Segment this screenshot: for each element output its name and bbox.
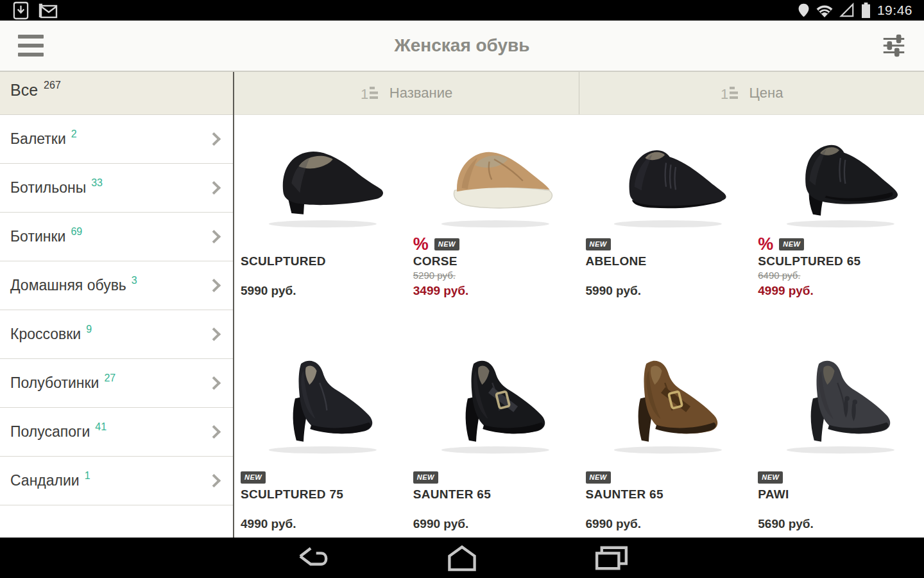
product-name: PAWI <box>758 487 920 502</box>
category-label: Полусапоги <box>10 423 90 441</box>
product-card-2[interactable]: NEW ABELONE 5990 руб. <box>579 115 752 338</box>
product-card-7[interactable]: NEW PAWI 5690 руб. <box>751 338 924 538</box>
app-header: Женская обувь <box>0 21 924 72</box>
android-nav-bar <box>0 538 924 578</box>
menu-icon[interactable] <box>18 35 46 57</box>
chevron-right-icon <box>207 181 221 195</box>
product-name: SCULPTURED 65 <box>758 254 920 269</box>
filter-button[interactable] <box>880 32 907 59</box>
product-old-price <box>413 502 576 515</box>
category-label: Все <box>10 81 38 100</box>
category-list: Балетки 2 Ботильоны 33 Ботинки 69 Домашн… <box>0 115 233 505</box>
category-label: Полуботинки <box>10 374 99 392</box>
product-price: 4990 руб. <box>241 516 403 532</box>
product-grid: SCULPTURED 5990 руб. % NEW CORSE 5290 ру… <box>234 115 924 538</box>
product-old-price <box>241 269 403 282</box>
chevron-right-icon <box>207 425 221 439</box>
location-icon <box>798 2 810 19</box>
new-badge: NEW <box>758 471 783 484</box>
sidebar-item-all[interactable]: Все 267 <box>0 72 233 115</box>
new-badge: NEW <box>241 471 266 484</box>
chevron-right-icon <box>207 328 221 341</box>
sidebar-item-2[interactable]: Ботинки 69 <box>0 213 233 261</box>
sidebar-item-7[interactable]: Сандалии 1 <box>0 457 233 505</box>
recents-button[interactable] <box>593 545 630 571</box>
sale-percent-icon: % <box>413 236 429 252</box>
sort-by-price-button[interactable]: 1 Цена <box>579 72 924 114</box>
sort-icon: 1 <box>721 85 740 102</box>
badge-row: NEW <box>758 468 920 487</box>
gmail-icon <box>38 2 58 19</box>
product-image <box>586 115 748 232</box>
badge-row: % NEW <box>413 234 576 254</box>
product-name: ABELONE <box>586 254 748 269</box>
product-price: 5690 руб. <box>758 516 920 532</box>
category-count: 41 <box>95 421 107 433</box>
chevron-right-icon <box>207 474 221 487</box>
product-card-3[interactable]: % NEW SCULPTURED 65 6490 руб. 4999 руб. <box>751 115 924 338</box>
product-price: 5990 руб. <box>586 283 748 299</box>
product-old-price: 6490 руб. <box>758 269 920 282</box>
chevron-right-icon <box>207 279 221 292</box>
product-image <box>586 338 748 465</box>
back-button[interactable] <box>294 545 331 571</box>
product-image <box>413 115 576 232</box>
product-price: 5990 руб. <box>241 283 403 299</box>
wifi-icon <box>816 3 834 18</box>
sort-label: Цена <box>749 85 783 101</box>
sidebar-item-5[interactable]: Полуботинки 27 <box>0 359 233 408</box>
status-system-icons: 19:46 <box>798 2 916 19</box>
battery-icon <box>860 2 871 19</box>
new-badge: NEW <box>586 238 611 250</box>
category-count: 27 <box>104 372 116 384</box>
clock: 19:46 <box>877 3 912 18</box>
sidebar-item-1[interactable]: Ботильоны 33 <box>0 164 233 213</box>
badge-row: NEW <box>586 468 748 487</box>
product-card-0[interactable]: SCULPTURED 5990 руб. <box>234 115 407 338</box>
sidebar-item-3[interactable]: Домашняя обувь 3 <box>0 261 233 310</box>
badge-row: NEW <box>413 468 576 487</box>
product-price: 3499 руб. <box>413 283 576 299</box>
chevron-right-icon <box>207 376 221 390</box>
new-badge: NEW <box>413 471 438 484</box>
sort-bar: 1 Название 1 Цена <box>234 72 924 115</box>
sidebar-item-0[interactable]: Балетки 2 <box>0 115 233 164</box>
status-notification-icons <box>8 1 58 20</box>
product-card-5[interactable]: NEW SAUNTER 65 6990 руб. <box>407 338 579 538</box>
product-card-4[interactable]: NEW SCULPTURED 75 4990 руб. <box>234 338 407 538</box>
product-name: CORSE <box>413 254 576 269</box>
product-image <box>758 338 920 465</box>
badge-row: NEW <box>586 234 748 254</box>
category-count: 1 <box>85 470 90 482</box>
sidebar-item-6[interactable]: Полусапоги 41 <box>0 408 233 457</box>
chevron-right-icon <box>207 230 221 243</box>
category-label: Ботинки <box>10 228 65 245</box>
product-card-1[interactable]: % NEW CORSE 5290 руб. 3499 руб. <box>407 115 579 338</box>
product-name: SCULPTURED 75 <box>241 487 403 502</box>
signal-icon <box>839 3 855 18</box>
category-count: 3 <box>132 275 137 286</box>
product-price: 6990 руб. <box>586 516 748 532</box>
svg-text:1: 1 <box>721 86 728 102</box>
sliders-icon <box>880 32 907 59</box>
category-label: Балетки <box>10 130 66 148</box>
category-count: 69 <box>71 226 82 238</box>
product-old-price <box>586 502 748 515</box>
product-old-price: 5290 руб. <box>413 269 576 282</box>
home-button[interactable] <box>444 544 480 572</box>
home-icon <box>444 544 480 572</box>
new-badge: NEW <box>434 238 459 250</box>
product-old-price <box>758 502 920 515</box>
category-sidebar: Все 267 Балетки 2 Ботильоны 33 Ботинки 6… <box>0 72 234 538</box>
category-label: Домашняя обувь <box>10 277 126 294</box>
badge-row <box>241 234 403 254</box>
sort-icon: 1 <box>361 85 380 102</box>
sidebar-item-4[interactable]: Кроссовки 9 <box>0 310 233 359</box>
sort-by-name-button[interactable]: 1 Название <box>234 72 579 114</box>
new-badge: NEW <box>586 471 611 484</box>
badge-row: NEW <box>241 468 403 487</box>
product-card-6[interactable]: NEW SAUNTER 65 6990 руб. <box>579 338 752 538</box>
svg-text:1: 1 <box>361 86 368 102</box>
chevron-right-icon <box>207 132 221 146</box>
badge-row: % NEW <box>758 234 920 254</box>
